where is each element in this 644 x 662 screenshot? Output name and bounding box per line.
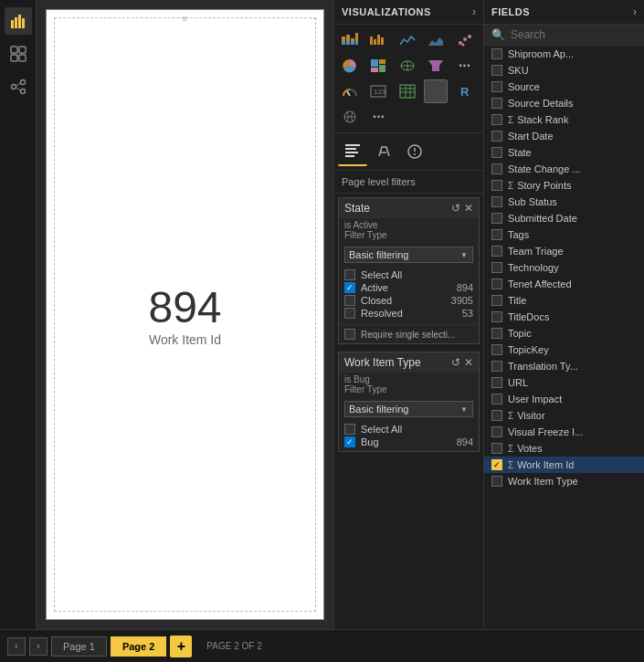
state-closed-checkbox[interactable] [344,295,355,306]
field-item-sku[interactable]: SKU [484,62,644,79]
state-filter-type-select[interactable]: Basic filtering [344,247,473,263]
field-checkbox-stack-rank[interactable] [491,114,502,125]
viz-more-charts[interactable]: ··· [453,54,477,78]
field-checkbox-votes[interactable] [491,443,502,454]
field-item-stack-rank[interactable]: Σ Stack Rank [484,111,644,128]
viz-gauge[interactable] [338,79,362,103]
field-checkbox-title[interactable] [491,295,502,306]
field-item-work-item-type[interactable]: Work Item Type [484,473,644,489]
field-item-translation-ty[interactable]: Translation Ty... [484,358,644,374]
work-item-select-all-checkbox[interactable] [344,424,355,435]
work-item-select-all[interactable]: Select All [344,423,473,436]
page-add-btn[interactable]: + [170,636,192,657]
field-checkbox-tenet-affected[interactable] [491,278,502,289]
fields-search-input[interactable] [511,28,644,41]
viz-map[interactable] [396,54,419,78]
page-next-btn[interactable]: › [29,637,48,656]
state-select-all-checkbox[interactable] [344,269,355,280]
field-item-topic[interactable]: Topic [484,325,644,342]
field-item-visual-freeze[interactable]: Visual Freeze I... [484,424,644,440]
field-item-shiproom[interactable]: Shiproom Ap... [484,46,644,62]
field-checkbox-tags[interactable] [491,229,502,240]
field-item-votes[interactable]: Σ Votes [484,440,644,457]
field-checkbox-story-points[interactable] [491,180,502,191]
viz-clustered-bar[interactable] [366,28,390,52]
field-checkbox-technology[interactable] [491,262,502,273]
viz-area-chart[interactable] [424,28,448,52]
field-item-source-details[interactable]: Source Details [484,95,644,111]
work-item-filter-type-select[interactable]: Basic filtering [344,401,473,417]
analytics-tool-btn[interactable] [400,137,429,166]
viz-stacked-bar[interactable] [338,28,362,52]
field-checkbox-user-impact[interactable] [491,394,502,405]
field-item-work-item-id[interactable]: Σ Work Item Id [484,457,644,473]
field-item-state-change[interactable]: State Change ... [484,161,644,177]
work-item-bug-checkbox[interactable] [344,436,355,447]
field-checkbox-visitor[interactable] [491,410,502,421]
work-item-bug[interactable]: Bug 894 [344,436,473,448]
state-filter-select-all[interactable]: Select All [344,268,473,281]
viz-table[interactable] [396,79,419,103]
field-checkbox-team-triage[interactable] [491,246,502,257]
field-checkbox-sub-status[interactable] [491,196,502,207]
field-checkbox-translation-ty[interactable] [491,361,502,372]
field-checkbox-source-details[interactable] [491,98,502,109]
format-tool-btn[interactable] [369,137,398,166]
viz-line-chart[interactable] [396,28,419,52]
state-filter-resolved[interactable]: Resolved 53 [344,307,473,320]
field-item-titledocs[interactable]: TitleDocs [484,309,644,325]
field-checkbox-state-change[interactable] [491,163,502,174]
field-item-technology[interactable]: Technology [484,259,644,276]
viz-pie-chart[interactable] [338,54,362,78]
state-filter-clear[interactable]: ↺ [451,202,460,215]
fields-tool-btn[interactable] [338,137,367,166]
state-resolved-checkbox[interactable] [344,308,355,319]
field-checkbox-submitted-date[interactable] [491,213,502,224]
field-item-team-triage[interactable]: Team Triage [484,243,644,259]
field-item-start-date[interactable]: Start Date [484,128,644,144]
field-checkbox-titledocs[interactable] [491,311,502,322]
viz-card[interactable]: 123 [366,79,390,103]
field-item-submitted-date[interactable]: Submitted Date [484,210,644,226]
viz-matrix[interactable] [424,79,448,103]
field-item-visitor[interactable]: Σ Visitor [484,407,644,424]
viz-globe[interactable] [338,105,362,129]
field-item-topickey[interactable]: TopicKey [484,342,644,358]
sidebar-item-report[interactable] [5,7,32,35]
state-filter-closed[interactable]: Closed 3905 [344,294,473,307]
fields-expand-icon[interactable]: › [633,5,637,18]
state-active-checkbox[interactable] [344,282,355,293]
field-checkbox-start-date[interactable] [491,131,502,142]
viz-expand-icon[interactable]: › [472,5,476,18]
viz-treemap[interactable] [366,54,390,78]
field-item-url[interactable]: URL [484,374,644,391]
state-filter-active[interactable]: Active 894 [344,281,473,294]
viz-scatter-chart[interactable] [453,28,477,52]
page-tab-2[interactable]: Page 2 [111,636,166,657]
field-item-state[interactable]: State [484,144,644,161]
field-checkbox-url[interactable] [491,377,502,388]
sidebar-item-model[interactable] [5,73,32,100]
state-filter-header[interactable]: State ↺ ✕ [339,198,479,218]
field-checkbox-visual-freeze[interactable] [491,426,502,437]
field-checkbox-work-item-id[interactable] [491,459,502,470]
field-checkbox-topickey[interactable] [491,344,502,355]
work-item-filter-clear[interactable]: ↺ [451,356,460,369]
work-item-filter-header[interactable]: Work Item Type ↺ ✕ [339,352,479,373]
page-prev-btn[interactable]: ‹ [7,637,26,656]
field-checkbox-shiproom[interactable] [491,48,502,59]
field-item-tags[interactable]: Tags [484,226,644,243]
page-tab-1[interactable]: Page 1 [51,636,107,657]
viz-more-custom[interactable]: ··· [366,105,390,129]
require-single-checkbox[interactable] [344,329,355,340]
field-item-title[interactable]: Title [484,292,644,309]
state-filter-close[interactable]: ✕ [464,202,473,215]
field-checkbox-work-item-type[interactable] [491,476,502,487]
field-checkbox-source[interactable] [491,81,502,92]
field-item-story-points[interactable]: Σ Story Points [484,177,644,194]
field-item-tenet-affected[interactable]: Tenet Affected [484,276,644,292]
viz-funnel[interactable] [424,54,448,78]
field-checkbox-state[interactable] [491,147,502,158]
field-item-user-impact[interactable]: User Impact [484,391,644,407]
field-checkbox-topic[interactable] [491,328,502,339]
